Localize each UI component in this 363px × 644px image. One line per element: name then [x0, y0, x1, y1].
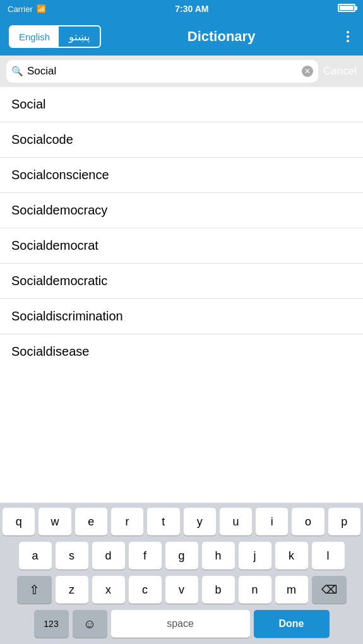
keyboard-row-2: a s d f g h j k l: [3, 542, 360, 570]
key-y[interactable]: y: [184, 508, 216, 536]
key-i[interactable]: i: [256, 508, 288, 536]
search-input-container: 🔍 ✕: [6, 60, 318, 83]
list-item[interactable]: Socialdisease: [0, 334, 363, 369]
header: English پښتو Dictionary: [0, 18, 363, 56]
key-p[interactable]: p: [328, 508, 360, 536]
key-w[interactable]: w: [39, 508, 71, 536]
key-z[interactable]: z: [56, 576, 88, 604]
cancel-button[interactable]: Cancel: [323, 65, 357, 78]
more-menu-button[interactable]: [342, 28, 354, 45]
key-t[interactable]: t: [147, 508, 179, 536]
key-u[interactable]: u: [220, 508, 252, 536]
menu-dot: [347, 35, 349, 38]
keyboard: q w e r t y u i o p a s d f g h j k l ⇧ …: [0, 503, 363, 644]
key-x[interactable]: x: [92, 576, 125, 604]
numbers-key[interactable]: 123: [34, 610, 69, 638]
wifi-icon: 📶: [37, 4, 46, 13]
list-item[interactable]: Socialconscience: [0, 158, 363, 193]
search-icon: 🔍: [11, 66, 23, 77]
lang-english-button[interactable]: English: [10, 26, 59, 47]
list-item[interactable]: Socialcode: [0, 122, 363, 158]
space-key[interactable]: space: [111, 610, 250, 638]
status-time: 7:30 AM: [175, 4, 208, 14]
key-j[interactable]: j: [239, 542, 271, 570]
list-item[interactable]: Socialdiscrimination: [0, 299, 363, 334]
battery-icon: [338, 3, 355, 15]
key-v[interactable]: v: [165, 576, 198, 604]
key-h[interactable]: h: [202, 542, 235, 570]
keyboard-row-3: ⇧ z x c v b n m ⌫: [3, 576, 360, 604]
keyboard-row-1: q w e r t y u i o p: [3, 508, 360, 536]
search-input[interactable]: [27, 65, 298, 78]
status-bar: Carrier 📶 7:30 AM: [0, 0, 363, 18]
key-m[interactable]: m: [275, 576, 308, 604]
list-item[interactable]: Socialdemocracy: [0, 193, 363, 228]
list-item[interactable]: Socialdemocrat: [0, 228, 363, 264]
clear-search-button[interactable]: ✕: [302, 66, 313, 77]
delete-icon: ⌫: [321, 583, 337, 597]
list-item[interactable]: Socialdemocratic: [0, 264, 363, 299]
done-key[interactable]: Done: [254, 610, 330, 638]
menu-dot: [347, 31, 349, 33]
key-g[interactable]: g: [165, 542, 198, 570]
key-q[interactable]: q: [3, 508, 35, 536]
key-l[interactable]: l: [312, 542, 345, 570]
delete-key[interactable]: ⌫: [312, 576, 347, 604]
key-k[interactable]: k: [275, 542, 308, 570]
key-b[interactable]: b: [202, 576, 235, 604]
key-n[interactable]: n: [239, 576, 271, 604]
key-f[interactable]: f: [129, 542, 162, 570]
list-item[interactable]: Social: [0, 87, 363, 122]
key-c[interactable]: c: [129, 576, 162, 604]
key-d[interactable]: d: [92, 542, 125, 570]
carrier-text: Carrier: [8, 4, 33, 14]
menu-dot: [347, 40, 349, 42]
emoji-key[interactable]: ☺: [73, 610, 107, 638]
status-carrier: Carrier 📶: [8, 4, 46, 14]
key-r[interactable]: r: [111, 508, 143, 536]
shift-key[interactable]: ⇧: [17, 576, 52, 604]
search-bar: 🔍 ✕ Cancel: [0, 56, 363, 87]
key-s[interactable]: s: [56, 542, 88, 570]
key-a[interactable]: a: [19, 542, 52, 570]
key-e[interactable]: e: [75, 508, 107, 536]
header-title: Dictionary: [187, 28, 256, 45]
language-toggle[interactable]: English پښتو: [9, 25, 101, 48]
lang-pashto-button[interactable]: پښتو: [59, 26, 100, 47]
shift-icon: ⇧: [29, 582, 40, 597]
key-o[interactable]: o: [292, 508, 324, 536]
word-list: Social Socialcode Socialconscience Socia…: [0, 87, 363, 369]
keyboard-row-bottom: 123 ☺ space Done: [3, 610, 360, 638]
